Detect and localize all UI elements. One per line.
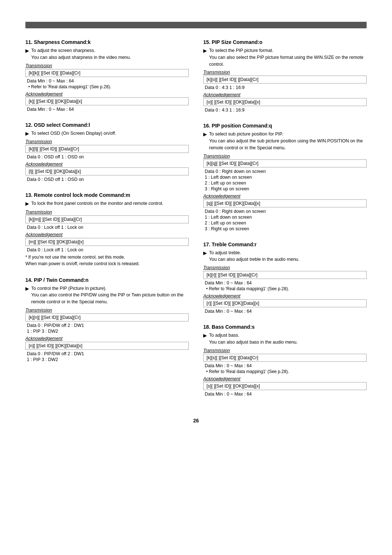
section-15: 15. PIP Size Command:o▶To select the PIP… — [203, 39, 367, 113]
acknowledgement-code: [l][ ][Set ID][ ][OK][Data][x] — [25, 167, 189, 175]
section-12: 12. OSD select Command:l▶To select OSD (… — [25, 122, 189, 182]
bullet-text: To adjust bass.You can also adjust bass … — [209, 332, 298, 346]
data-line: Data Min : 0 ~ Max : 64 — [25, 107, 189, 112]
bullet-text: To select sub picture position for PIP.Y… — [209, 131, 367, 151]
section-12-title: 12. OSD select Command:l — [25, 122, 189, 128]
data-line: Data 0 : OSD off 1 : OSD on — [25, 177, 189, 182]
section-13-title: 13. Remote control lock mode Command:m — [25, 192, 189, 198]
arrow-icon: ▶ — [203, 47, 207, 54]
data-line: 1 : Left down on screen — [203, 215, 367, 220]
bullet-point: ▶To control the PIP (Picture In picture)… — [25, 285, 189, 305]
section-16: 16. PIP position Command:q▶To select sub… — [203, 123, 367, 231]
section-14: 14. PIP / Twin Command:n▶To control the … — [25, 277, 189, 362]
arrow-icon: ▶ — [203, 332, 207, 339]
data-line: Data Min : 0 ~ Max : 64 — [203, 392, 367, 397]
transmission-label: Transmission — [25, 63, 189, 68]
acknowledgement-label: Acknowledgement — [25, 92, 189, 97]
data-line: 3 : Right up on screen — [203, 226, 367, 231]
bullet-point: ▶To adjust bass.You can also adjust bass… — [203, 332, 367, 346]
acknowledgement-label: Acknowledgement — [203, 194, 367, 199]
section-11-title: 11. Sharpness Command:k — [25, 39, 189, 45]
data-line: 1 : PIP 3 : DW2 — [25, 357, 189, 362]
data-line: Data 0 : Right down on screen — [203, 209, 367, 214]
acknowledgement-label: Acknowledgement — [25, 336, 189, 341]
bullet-text: To select OSD (On Screen Display) on/off… — [31, 130, 116, 137]
transmission-label: Transmission — [25, 210, 189, 215]
transmission-code: [k][r][ ][Set ID][ ][Data][Cr] — [203, 271, 367, 279]
bullet-text: To adjust the screen sharpness.You can a… — [31, 47, 131, 61]
acknowledgement-label: Acknowledgement — [25, 232, 189, 237]
transmission-code: [k][l][ ][Set ID][ ][Data][Cr] — [25, 145, 189, 153]
data-line: Data Min : 0 ~ Max : 64 — [25, 78, 189, 84]
arrow-icon: ▶ — [25, 285, 29, 292]
data-line: 2 : Left up on screen — [203, 220, 367, 226]
acknowledgement-label: Acknowledgement — [203, 92, 367, 97]
acknowledgement-code: [o][ ][Set ID][ ][OK][Data][x] — [203, 98, 367, 106]
arrow-icon: ▶ — [203, 131, 207, 138]
transmission-label: Transmission — [203, 70, 367, 75]
data-line: Data 0 : 4:3 1 : 16:9 — [203, 108, 367, 113]
footnote: * If you're not use the remote control, … — [25, 254, 189, 267]
right-column: 15. PIP Size Command:o▶To select the PIP… — [203, 39, 367, 407]
page-number-container: 26 — [25, 418, 367, 424]
bullet-point: ▶To select sub picture position for PIP.… — [203, 131, 367, 151]
transmission-code: [k][k][ ][Set ID][ ][Data][Cr] — [25, 69, 189, 77]
section-15-title: 15. PIP Size Command:o — [203, 39, 367, 45]
data-line: Data 0 : Lock off 1 : Lock on — [25, 225, 189, 230]
acknowledgement-label: Acknowledgement — [203, 376, 367, 381]
data-line: Data 0 : 4:3 1 : 16:9 — [203, 85, 367, 90]
data-line: Data 0 : PIP/DW off 2 : DW1 — [25, 323, 189, 328]
data-line: 3 : Right up on screen — [203, 186, 367, 191]
transmission-label: Transmission — [203, 348, 367, 353]
transmission-code: [k][n][ ][Set ID][ ][Data][Cr] — [25, 313, 189, 321]
arrow-icon: ▶ — [25, 47, 29, 54]
data-line: • Refer to 'Real data mapping1' (See p.2… — [203, 286, 367, 291]
data-line: 1 : Left down on screen — [203, 175, 367, 180]
data-line: Data 0 : Lock off 1 : Lock on — [25, 247, 189, 252]
acknowledgement-label: Acknowledgement — [25, 162, 189, 167]
bullet-text: To adjust treble.You can also adjust tre… — [209, 250, 299, 263]
data-line: Data 0 : Right down on screen — [203, 169, 367, 174]
transmission-code: [k][q][ ][Set ID][ ][Data][Cr] — [203, 159, 367, 167]
bullet-text: To control the PIP (Picture In picture).… — [31, 285, 189, 305]
arrow-icon: ▶ — [25, 200, 29, 207]
acknowledgement-label: Acknowledgement — [203, 293, 367, 299]
page-content: 11. Sharpness Command:k▶To adjust the sc… — [25, 39, 367, 407]
transmission-code: [k][m][ ][Set ID][ ][Data][Cr] — [25, 215, 189, 223]
top-bar — [25, 22, 367, 28]
section-16-title: 16. PIP position Command:q — [203, 123, 367, 129]
left-column: 11. Sharpness Command:k▶To adjust the sc… — [25, 39, 189, 407]
bullet-text: To lock the front panel controls on the … — [31, 200, 163, 207]
acknowledgement-code: [n][ ][Set ID][ ][OK][Data][x] — [25, 342, 189, 350]
acknowledgement-code: [r][ ][Set ID][ ][OK][Data][x] — [203, 299, 367, 307]
data-line: • Refer to 'Real data mapping1' (See p.2… — [25, 84, 189, 89]
acknowledgement-code: [k][ ][Set ID][ ][OK][Data][x] — [25, 97, 189, 105]
bullet-text: To select the PIP picture format.You can… — [209, 47, 367, 68]
section-17-title: 17. Treble Command:r — [203, 242, 367, 247]
data-line: Data 0 : PIP/DW off 2 : DW1 — [25, 351, 189, 356]
data-line: Data Min : 0 ~ Max : 64 — [203, 363, 367, 368]
section-18: 18. Bass Command:s▶To adjust bass.You ca… — [203, 324, 367, 397]
acknowledgement-code: [q][ ][Set ID][ ][OK][Data][x] — [203, 199, 367, 207]
section-14-title: 14. PIP / Twin Command:n — [25, 277, 189, 283]
data-line: 2 : Left up on screen — [203, 181, 367, 186]
bullet-point: ▶To select the PIP picture format.You ca… — [203, 47, 367, 68]
data-line: • Refer to 'Real data mapping1' (See p.2… — [203, 369, 367, 374]
transmission-label: Transmission — [203, 265, 367, 270]
data-line: 1 : PIP 3 : DW2 — [25, 329, 189, 334]
data-line: Data 0 : OSD off 1 : OSD on — [25, 154, 189, 159]
arrow-icon: ▶ — [25, 130, 29, 137]
section-17: 17. Treble Command:r▶To adjust treble.Yo… — [203, 242, 367, 314]
transmission-code: [k][o][ ][Set ID][ ][Data][Cr] — [203, 76, 367, 84]
bullet-point: ▶To lock the front panel controls on the… — [25, 200, 189, 207]
section-11: 11. Sharpness Command:k▶To adjust the sc… — [25, 39, 189, 112]
data-line: Data Min : 0 ~ Max : 64 — [203, 280, 367, 285]
transmission-code: [k][s][ ][Set ID][ ][Data][Cr] — [203, 354, 367, 362]
transmission-label: Transmission — [25, 308, 189, 313]
section-18-title: 18. Bass Command:s — [203, 324, 367, 330]
section-13: 13. Remote control lock mode Command:m▶T… — [25, 192, 189, 267]
arrow-icon: ▶ — [203, 250, 207, 257]
transmission-label: Transmission — [25, 139, 189, 144]
bullet-point: ▶To select OSD (On Screen Display) on/of… — [25, 130, 189, 137]
bullet-point: ▶To adjust the screen sharpness.You can … — [25, 47, 189, 61]
